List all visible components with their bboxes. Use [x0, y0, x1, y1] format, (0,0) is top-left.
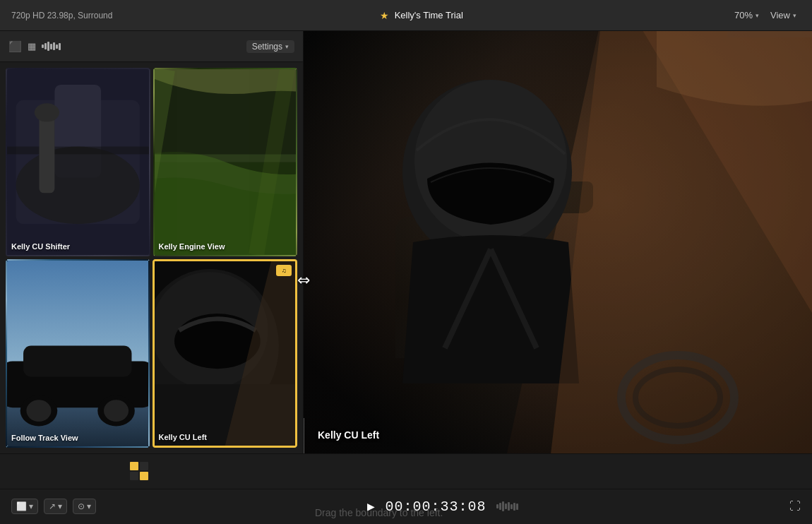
waveform-bar — [499, 503, 501, 510]
clip-kelly-cu-shifter[interactable]: Kelly CU Shifter — [6, 68, 150, 256]
format-label: 720p HD 23.98p, Surround — [11, 11, 112, 20]
left-panel: ⬛ ▦ Settings ▾ — [0, 31, 304, 453]
fullscreen-button[interactable]: ⛶ — [789, 500, 801, 512]
zoom-label: 70% — [734, 10, 753, 20]
trim-chevron: ▾ — [58, 501, 62, 511]
waveform-bar — [511, 504, 513, 509]
grid-layout-button[interactable] — [128, 460, 150, 482]
play-button[interactable]: ▶ — [367, 501, 375, 512]
svg-point-3 — [16, 147, 140, 225]
waveform-bar — [505, 504, 507, 509]
grid-cell-tr — [140, 462, 148, 470]
view-label: View — [770, 10, 790, 20]
waveform-bar — [508, 502, 510, 511]
svg-rect-15 — [23, 346, 131, 377]
bottom-bar: ⬜ ▾ ↗ ▾ ⊙ ▾ ▶ 00:00:33:08 — [0, 453, 812, 524]
svg-point-6 — [35, 103, 59, 121]
zoom-chevron-icon: ▾ — [756, 12, 759, 19]
settings-chevron-icon: ▾ — [285, 43, 289, 50]
clip-appearance-chevron: ▾ — [29, 501, 33, 511]
view-chevron-icon: ▾ — [793, 12, 796, 19]
speed-chevron: ▾ — [87, 501, 91, 511]
timecode-area: ▶ 00:00:33:08 — [96, 499, 789, 515]
clip-row-2: Follow Track View — [6, 259, 297, 448]
top-bar: 720p HD 23.98p, Surround ★ Kelly's Time … — [0, 0, 812, 31]
grid-cell-bl — [130, 472, 138, 480]
trim-icon: ↗ — [49, 501, 56, 511]
waveform-icon[interactable] — [42, 42, 61, 51]
svg-rect-4 — [7, 147, 149, 155]
clip-appearance-icon: ⬜ — [16, 501, 27, 511]
waveform-mini — [496, 499, 518, 513]
speed-button[interactable]: ⊙ ▾ — [73, 499, 96, 514]
shifter-thumbnail — [7, 69, 149, 255]
waveform-bar — [516, 504, 518, 510]
kelly-left-thumbnail — [155, 261, 296, 446]
clip-appearance-button[interactable]: ⬜ ▾ — [11, 499, 38, 514]
panel-divider[interactable]: ⇔ — [301, 31, 306, 453]
speed-icon: ⊙ — [78, 501, 85, 511]
clip-follow-label: Follow Track View — [11, 434, 78, 442]
bottom-top-row — [0, 454, 812, 489]
clip-toolbar: ⬛ ▦ Settings ▾ — [0, 31, 303, 62]
clip-shifter-label: Kelly CU Shifter — [11, 242, 70, 251]
preview-background: Kelly CU Left — [304, 31, 812, 453]
settings-label: Settings — [252, 42, 282, 52]
clip-row-1: Kelly CU Shifter Kelly E — [6, 68, 297, 256]
audio-badge-icon: ♫ — [282, 267, 287, 274]
main-container: ⬛ ▦ Settings ▾ — [0, 31, 812, 453]
project-title-area: ★ Kelly's Time Trial — [380, 10, 463, 21]
grid-view-icon[interactable]: ▦ — [28, 41, 36, 52]
resize-cursor-icon: ⇔ — [297, 271, 310, 290]
follow-thumbnail — [7, 261, 148, 446]
zoom-button[interactable]: 70% ▾ — [730, 8, 763, 22]
timecode-display: 00:00:33:08 — [385, 499, 486, 515]
waveform-bar — [502, 501, 504, 511]
clip-kelly-cu-left[interactable]: ♫ Kelly CU Left — [153, 259, 298, 448]
settings-button[interactable]: Settings ▾ — [246, 40, 294, 53]
waveform-bar — [513, 503, 515, 511]
left-controls: ⬜ ▾ ↗ ▾ ⊙ ▾ — [11, 499, 96, 514]
clip-grid: Kelly CU Shifter Kelly E — [0, 62, 303, 453]
clip-kelly-left-label: Kelly CU Left — [159, 433, 207, 441]
filmstrip-icon[interactable]: ⬛ — [8, 40, 22, 53]
clip-audio-badge: ♫ — [276, 265, 292, 276]
grid-icon — [130, 462, 148, 480]
svg-rect-5 — [39, 116, 54, 193]
project-title: Kelly's Time Trial — [395, 10, 463, 20]
top-bar-right: 70% ▾ View ▾ — [730, 8, 801, 22]
view-button[interactable]: View ▾ — [766, 8, 801, 22]
grid-cell-tl — [130, 462, 138, 470]
fullscreen-area: ⛶ — [789, 500, 801, 513]
trim-button[interactable]: ↗ ▾ — [44, 499, 67, 514]
preview-label: Kelly CU Left — [318, 429, 379, 441]
preview-svg — [304, 31, 812, 453]
svg-point-19 — [104, 400, 129, 422]
clip-follow-track-view[interactable]: Follow Track View — [6, 259, 150, 448]
timecode-row: ⬜ ▾ ↗ ▾ ⊙ ▾ ▶ 00:00:33:08 — [0, 489, 812, 525]
clip-engine-label: Kelly Engine View — [159, 242, 225, 251]
svg-point-18 — [26, 400, 51, 422]
waveform-bar — [496, 504, 498, 508]
grid-cell-br — [140, 472, 148, 480]
clip-kelly-engine-view[interactable]: Kelly Engine View — [153, 68, 298, 256]
preview-panel: Kelly CU Left — [304, 31, 812, 453]
engine-thumbnail — [155, 69, 297, 255]
star-icon: ★ — [380, 10, 389, 21]
